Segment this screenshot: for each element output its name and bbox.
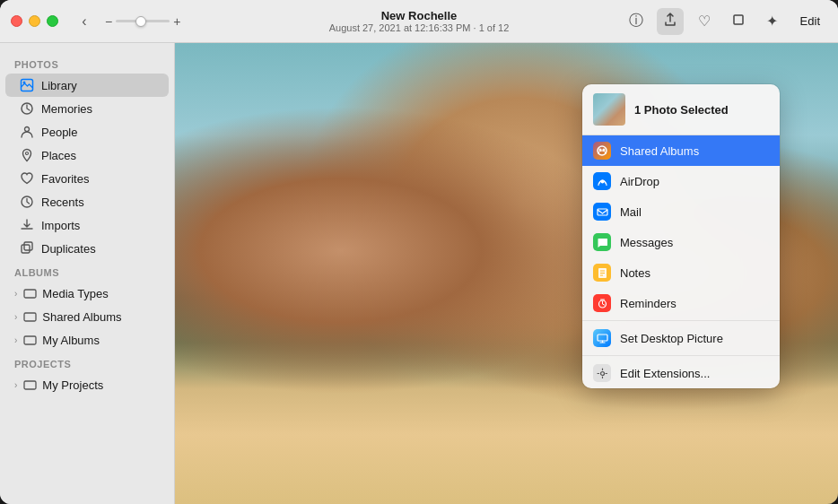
- chevron-right-icon-3: ›: [14, 335, 17, 345]
- popover-item-messages-label: Messages: [620, 236, 673, 249]
- back-button[interactable]: ‹: [73, 10, 96, 33]
- popover-item-airdrop-label: AirDrop: [620, 175, 659, 188]
- albums-section-label: Albums: [0, 260, 174, 282]
- sidebar-group-my-projects-label: My Projects: [42, 378, 103, 392]
- heart-button[interactable]: ♡: [691, 8, 718, 35]
- photos-section-label: Photos: [0, 52, 174, 74]
- library-icon: [20, 78, 34, 92]
- notes-menu-icon: [593, 264, 611, 282]
- sidebar-item-places-label: Places: [41, 149, 76, 162]
- duplicates-icon: [20, 241, 34, 256]
- zoom-slider[interactable]: − +: [105, 14, 180, 29]
- adjust-icon: ✦: [766, 13, 778, 30]
- popover-item-messages[interactable]: Messages: [582, 227, 780, 257]
- share-popover: 1 Photo Selected Shared Albums: [582, 84, 780, 388]
- toolbar-actions: ⓘ ♡ ✦ Edi: [623, 8, 827, 35]
- popover-item-mail[interactable]: Mail: [582, 196, 780, 227]
- svg-point-5: [26, 152, 29, 155]
- popover-divider-2: [582, 355, 780, 356]
- svg-rect-10: [24, 313, 36, 321]
- sidebar-item-recents-label: Recents: [41, 196, 84, 209]
- svg-rect-12: [24, 381, 36, 389]
- sidebar-group-media-types[interactable]: › Media Types: [5, 282, 169, 305]
- sidebar-group-my-albums[interactable]: › My Albums: [5, 328, 169, 352]
- back-icon: ‹: [82, 13, 86, 30]
- sidebar-item-library[interactable]: Library: [5, 74, 169, 97]
- popover-item-reminders[interactable]: Reminders: [582, 288, 780, 318]
- sidebar-item-memories[interactable]: Memories: [5, 97, 169, 120]
- popover-item-shared-albums[interactable]: Shared Albums: [582, 135, 780, 166]
- zoom-plus[interactable]: +: [173, 14, 180, 29]
- svg-point-4: [25, 127, 30, 132]
- close-button[interactable]: [11, 15, 22, 27]
- places-icon: [20, 148, 34, 162]
- svg-rect-20: [598, 335, 607, 341]
- sidebar-item-imports-label: Imports: [41, 219, 80, 232]
- crop-button[interactable]: [725, 8, 752, 35]
- popover-item-edit-extensions[interactable]: Edit Extensions...: [582, 358, 780, 388]
- titlebar: ‹ − + New Rochelle August 27, 2021 at 12…: [0, 0, 838, 43]
- sidebar-item-imports[interactable]: Imports: [5, 213, 169, 237]
- popover-header-title: 1 Photo Selected: [634, 103, 729, 117]
- svg-rect-8: [24, 242, 32, 250]
- favorites-icon: [20, 171, 34, 186]
- popover-item-set-desktop[interactable]: Set Desktop Picture: [582, 323, 780, 353]
- heart-icon: ♡: [698, 13, 711, 30]
- svg-rect-7: [22, 245, 30, 253]
- nav-controls: ‹ − +: [73, 10, 180, 33]
- main-window: ‹ − + New Rochelle August 27, 2021 at 12…: [0, 0, 838, 504]
- sidebar-item-duplicates[interactable]: Duplicates: [5, 237, 169, 260]
- set-desktop-menu-icon: [593, 329, 611, 347]
- people-icon: [20, 125, 34, 139]
- my-albums-icon: [22, 333, 37, 347]
- popover-item-mail-label: Mail: [620, 205, 642, 219]
- sidebar-item-places[interactable]: Places: [5, 143, 169, 167]
- share-icon: [663, 13, 677, 30]
- traffic-lights: [11, 15, 58, 27]
- memories-icon: [20, 101, 34, 116]
- chevron-right-icon-4: ›: [14, 380, 17, 390]
- info-button[interactable]: ⓘ: [623, 8, 650, 35]
- popover-item-airdrop[interactable]: AirDrop: [582, 166, 780, 196]
- minimize-button[interactable]: [29, 15, 40, 27]
- zoom-minus[interactable]: −: [105, 14, 112, 29]
- sidebar-item-people[interactable]: People: [5, 120, 169, 143]
- sidebar-group-my-albums-label: My Albums: [42, 334, 100, 347]
- edit-extensions-menu-icon: [593, 364, 611, 382]
- popover-item-set-desktop-label: Set Desktop Picture: [620, 332, 723, 345]
- window-title: New Rochelle: [329, 9, 510, 22]
- sidebar-item-favorites[interactable]: Favorites: [5, 167, 169, 190]
- shared-albums-icon: [22, 309, 37, 324]
- window-subtitle: August 27, 2021 at 12:16:33 PM · 1 of 12: [329, 22, 510, 33]
- svg-point-21: [600, 371, 604, 375]
- maximize-button[interactable]: [47, 15, 58, 27]
- sidebar: Photos Library M: [0, 43, 175, 504]
- slider-track[interactable]: [116, 20, 170, 22]
- popover-item-notes[interactable]: Notes: [582, 257, 780, 288]
- sidebar-group-media-types-label: Media Types: [42, 287, 108, 300]
- imports-icon: [20, 218, 34, 232]
- popover-item-edit-extensions-label: Edit Extensions...: [620, 367, 710, 380]
- reminders-menu-icon: [593, 294, 611, 312]
- popover-item-reminders-label: Reminders: [620, 297, 677, 310]
- sidebar-item-people-label: People: [41, 126, 77, 139]
- shared-albums-menu-icon: [593, 142, 611, 160]
- share-button[interactable]: [657, 8, 684, 35]
- photo-area: 1 Photo Selected Shared Albums: [175, 43, 838, 504]
- popover-header: 1 Photo Selected: [582, 84, 780, 135]
- adjust-button[interactable]: ✦: [759, 8, 786, 35]
- my-projects-icon: [22, 378, 37, 392]
- sidebar-item-duplicates-label: Duplicates: [41, 242, 96, 256]
- chevron-right-icon-2: ›: [14, 312, 17, 322]
- sidebar-item-memories-label: Memories: [41, 102, 92, 116]
- slider-thumb[interactable]: [135, 16, 146, 27]
- sidebar-item-favorites-label: Favorites: [41, 172, 89, 186]
- sidebar-item-recents[interactable]: Recents: [5, 190, 169, 213]
- popover-item-notes-label: Notes: [620, 266, 650, 280]
- titlebar-center: New Rochelle August 27, 2021 at 12:16:33…: [329, 9, 510, 33]
- edit-button[interactable]: Edit: [793, 11, 827, 31]
- sidebar-item-library-label: Library: [41, 79, 77, 92]
- sidebar-group-my-projects[interactable]: › My Projects: [5, 373, 169, 396]
- svg-rect-9: [24, 290, 36, 298]
- sidebar-group-shared-albums[interactable]: › Shared Albums: [5, 305, 169, 328]
